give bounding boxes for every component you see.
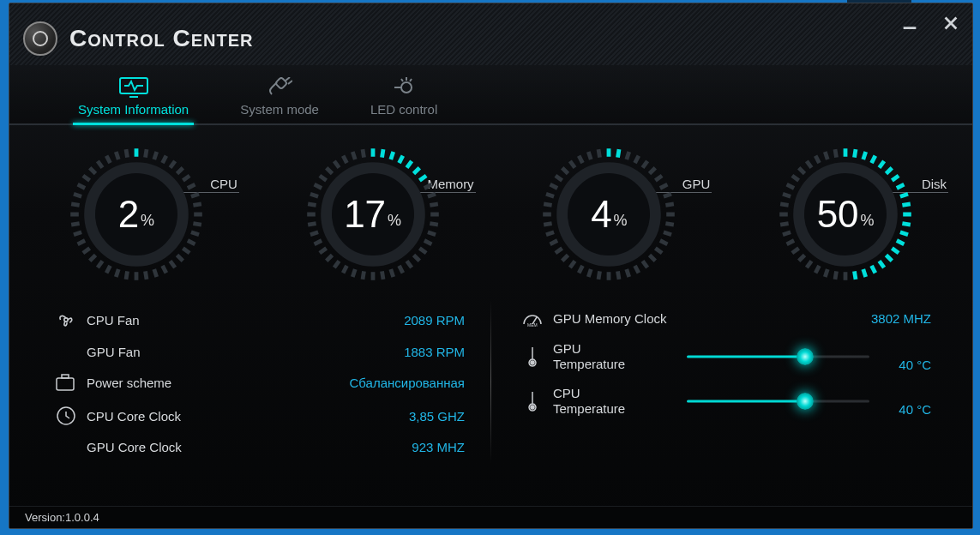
- svg-point-181: [531, 361, 534, 364]
- row-cpu-fan: CPU Fan 2089 RPM: [51, 302, 465, 338]
- window-buttons: [899, 12, 962, 34]
- app-title: Control Center: [69, 25, 253, 52]
- svg-rect-5: [275, 77, 287, 89]
- gauge-cpu-dial: 2%: [68, 146, 205, 283]
- value-gpu-fan: 1883 RPM: [362, 345, 465, 359]
- label-power-scheme: Power scheme: [81, 376, 349, 390]
- tab-led-control[interactable]: LED control: [370, 76, 437, 123]
- label-cpu-temp: CPU Temperature: [548, 386, 676, 417]
- slider-cpu-temp[interactable]: [687, 388, 869, 414]
- battery-icon: [51, 373, 81, 392]
- version-value: 1.0.0.4: [65, 511, 99, 524]
- row-gpu-mem-clock: MEM GPU Memory Clock 3802 MHZ: [517, 302, 931, 334]
- thermometer-icon: [517, 345, 548, 369]
- tab-system-mode[interactable]: System mode: [240, 76, 319, 123]
- tab-label: LED control: [370, 102, 437, 117]
- led-icon: [389, 76, 418, 99]
- footer: Version: 1.0.0.4: [9, 506, 972, 528]
- svg-text:MEM: MEM: [527, 322, 538, 328]
- value-cpu-fan: 2089 RPM: [362, 313, 465, 328]
- svg-line-9: [410, 79, 412, 81]
- gauge-icon: MEM: [517, 309, 548, 328]
- row-gpu-temp: GPU Temperature 40 °C: [517, 334, 931, 379]
- svg-line-6: [286, 77, 290, 81]
- gauge-gpu-dial: 4%: [540, 146, 677, 283]
- row-gpu-core-clock: GPU Core Clock 923 MHZ: [51, 433, 465, 461]
- gauge-memory-dial: 17%: [304, 146, 442, 283]
- label-cpu-core-clock: CPU Core Clock: [81, 409, 362, 424]
- slider-thumb[interactable]: [797, 348, 814, 365]
- plug-icon: [265, 76, 294, 99]
- svg-point-175: [64, 318, 68, 322]
- gauges-row: CPU 2% Memory 17% GPU 4% Disk 50%: [9, 125, 972, 292]
- column-divider: [490, 300, 491, 463]
- slider-gpu-temp[interactable]: [687, 344, 869, 370]
- percent-unit: %: [141, 200, 154, 230]
- gauge-cpu: CPU 2%: [25, 146, 248, 283]
- percent-unit: %: [388, 200, 401, 230]
- gauge-memory: Memory 17%: [262, 146, 484, 283]
- monitor-icon: [119, 76, 148, 99]
- value-cpu-core-clock: 3,85 GHZ: [362, 409, 465, 424]
- close-button[interactable]: [940, 12, 962, 34]
- minimize-icon: [900, 14, 919, 33]
- value-gpu-temp: 40 °C: [880, 342, 931, 372]
- version-label: Version:: [25, 511, 65, 524]
- label-gpu-mem-clock: GPU Memory Clock: [548, 311, 828, 326]
- label-gpu-core-clock: GPU Core Clock: [81, 440, 362, 454]
- app-window: Control Center System Information System…: [9, 3, 973, 529]
- svg-line-10: [401, 79, 403, 81]
- stats-area: CPU Fan 2089 RPM GPU Fan 1883 RPM Power …: [9, 292, 972, 475]
- clock-icon: [51, 406, 81, 426]
- svg-point-182: [531, 406, 534, 409]
- row-cpu-temp: CPU Temperature 40 °C: [517, 379, 931, 424]
- gauge-gpu: GPU 4%: [497, 146, 720, 283]
- label-gpu-temp: GPU Temperature: [548, 341, 676, 372]
- svg-line-7: [288, 81, 292, 84]
- gauge-disk-value: 50: [817, 193, 859, 236]
- gauge-disk-dial: 50%: [777, 146, 914, 283]
- minimize-button[interactable]: [899, 12, 921, 34]
- value-gpu-mem-clock: 3802 MHZ: [828, 311, 931, 326]
- value-power-scheme: Сбалансированная: [349, 376, 465, 390]
- value-gpu-core-clock: 923 MHZ: [362, 440, 465, 454]
- gauge-memory-value: 17: [344, 193, 386, 236]
- row-power-scheme: Power scheme Сбалансированная: [51, 366, 465, 399]
- value-cpu-temp: 40 °C: [880, 387, 931, 417]
- tab-bar: System Information System mode LED contr…: [9, 65, 972, 125]
- percent-unit: %: [861, 200, 875, 230]
- label-gpu-fan: GPU Fan: [81, 345, 362, 359]
- gauge-cpu-value: 2: [118, 193, 139, 236]
- thermometer-icon: [517, 389, 548, 413]
- gauge-disk: Disk 50%: [734, 146, 957, 283]
- slider-thumb[interactable]: [797, 393, 814, 410]
- svg-rect-176: [57, 378, 74, 390]
- app-logo-icon: [23, 21, 57, 56]
- gauge-gpu-value: 4: [591, 193, 611, 236]
- titlebar: Control Center: [9, 3, 972, 65]
- tab-label: System Information: [78, 102, 189, 117]
- row-cpu-core-clock: CPU Core Clock 3,85 GHZ: [51, 399, 465, 433]
- stats-left-column: CPU Fan 2089 RPM GPU Fan 1883 RPM Power …: [33, 297, 482, 466]
- close-icon: [941, 14, 960, 33]
- svg-rect-177: [62, 375, 69, 378]
- stats-right-column: MEM GPU Memory Clock 3802 MHZ GPU Temper…: [500, 297, 948, 466]
- percent-unit: %: [614, 200, 628, 230]
- tab-system-information[interactable]: System Information: [78, 76, 189, 123]
- fan-icon: [51, 309, 81, 331]
- row-gpu-fan: GPU Fan 1883 RPM: [51, 338, 465, 366]
- slider-track: [687, 356, 869, 358]
- label-cpu-fan: CPU Fan: [81, 313, 362, 328]
- slider-track: [687, 400, 869, 403]
- tab-label: System mode: [240, 102, 319, 117]
